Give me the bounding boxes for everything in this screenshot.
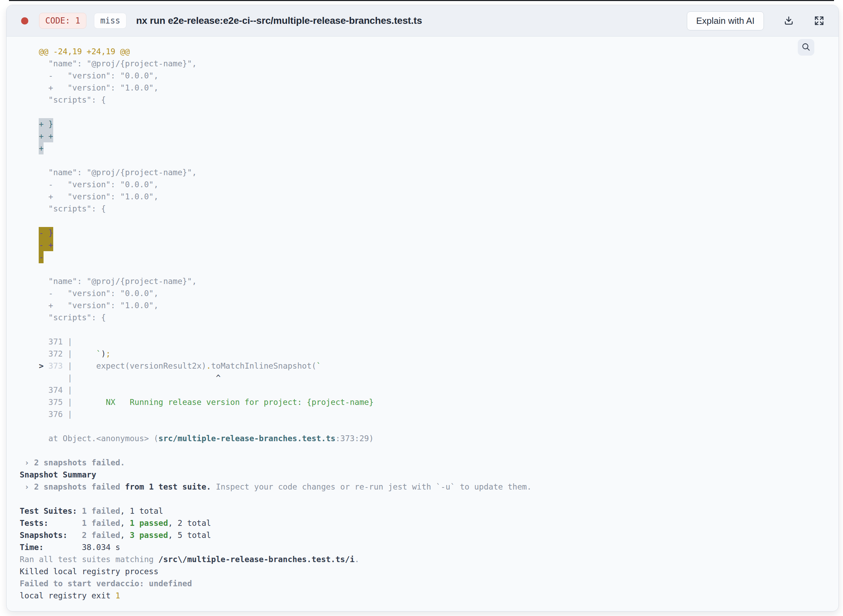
cache-status-badge: miss <box>94 13 126 29</box>
explain-with-ai-button[interactable]: Explain with AI <box>687 12 764 31</box>
terminal-line <box>20 324 839 336</box>
terminal-line <box>20 421 839 433</box>
terminal-line: + "version": "1.0.0", <box>20 82 839 94</box>
header-actions: Explain with AI <box>687 12 825 31</box>
terminal-line: "name": "@proj/{project-name}", <box>20 275 839 287</box>
terminal-line: Tests: 1 failed, 1 passed, 2 total <box>20 517 839 529</box>
terminal-line: + <box>20 142 839 154</box>
task-output-window: CODE: 1 miss nx run e2e-release:e2e-ci--… <box>6 5 839 612</box>
download-button[interactable] <box>783 15 794 26</box>
terminal-line <box>20 154 839 167</box>
terminal-line: at Object.<anonymous> (src/multiple-rele… <box>20 433 839 444</box>
fullscreen-button[interactable] <box>814 15 825 26</box>
search-button[interactable] <box>798 39 814 56</box>
terminal-line: Snapshot Summary <box>20 469 839 481</box>
terminal-line: 374 | <box>20 384 839 396</box>
terminal-line: "name": "@proj/{project-name}", <box>20 58 839 70</box>
terminal-line: › 2 snapshots failed from 1 test suite. … <box>20 481 839 493</box>
terminal-line: + "version": "1.0.0", <box>20 299 839 312</box>
terminal-line: - <box>20 251 839 263</box>
terminal-line: 375 | NX Running release version for pro… <box>20 396 839 408</box>
terminal-line: › 2 snapshots failed. <box>20 457 839 469</box>
terminal-line: Killed local registry process <box>20 566 839 578</box>
terminal-line: - "version": "0.0.0", <box>20 179 839 191</box>
terminal-line <box>20 215 839 227</box>
terminal-line <box>20 493 839 505</box>
terminal-line: 376 | <box>20 408 839 421</box>
terminal-line: > 373 | expect(versionResult2x).toMatchI… <box>20 360 839 372</box>
terminal-line: "scripts": { <box>20 94 839 106</box>
terminal-output: @@ -24,19 +24,19 @@ "name": "@proj/{proj… <box>7 37 839 602</box>
screen-top-edge <box>9 0 834 1</box>
task-header: CODE: 1 miss nx run e2e-release:e2e-ci--… <box>7 5 839 37</box>
terminal-line: "scripts": { <box>20 203 839 215</box>
terminal-line: | ^ <box>20 372 839 384</box>
terminal-line: Failed to start verdaccio: undefined <box>20 578 839 590</box>
terminal-line <box>20 263 839 275</box>
terminal-line: "name": "@proj/{project-name}", <box>20 167 839 179</box>
terminal-line: + "version": "1.0.0", <box>20 191 839 203</box>
terminal-line <box>20 444 839 457</box>
terminal-line: @@ -24,19 +24,19 @@ <box>20 45 839 58</box>
fullscreen-icon <box>814 15 825 26</box>
terminal-line: Test Suites: 1 failed, 1 total <box>20 505 839 517</box>
terminal-line <box>20 106 839 118</box>
terminal-line: local registry exit 1 <box>20 590 839 602</box>
terminal-line: + } <box>20 118 839 130</box>
terminal-line: - } <box>20 227 839 239</box>
terminal-line: Ran all test suites matching /src\/multi… <box>20 553 839 566</box>
terminal-line: "scripts": { <box>20 312 839 324</box>
terminal-line: - "version": "0.0.0", <box>20 70 839 82</box>
exit-code-badge: CODE: 1 <box>39 13 86 29</box>
terminal-line: 371 | <box>20 336 839 348</box>
terminal-line: + + <box>20 130 839 142</box>
search-icon <box>801 42 811 53</box>
download-icon <box>783 15 794 26</box>
page-title: nx run e2e-release:e2e-ci--src/multiple-… <box>136 15 422 26</box>
terminal-line: - + <box>20 239 839 251</box>
terminal-line: Snapshots: 2 failed, 3 passed, 5 total <box>20 529 839 541</box>
terminal-line: Time: 38.034 s <box>20 541 839 553</box>
terminal-line: - "version": "0.0.0", <box>20 287 839 299</box>
terminal-line: 372 | `); <box>20 348 839 360</box>
status-dot <box>21 17 28 25</box>
